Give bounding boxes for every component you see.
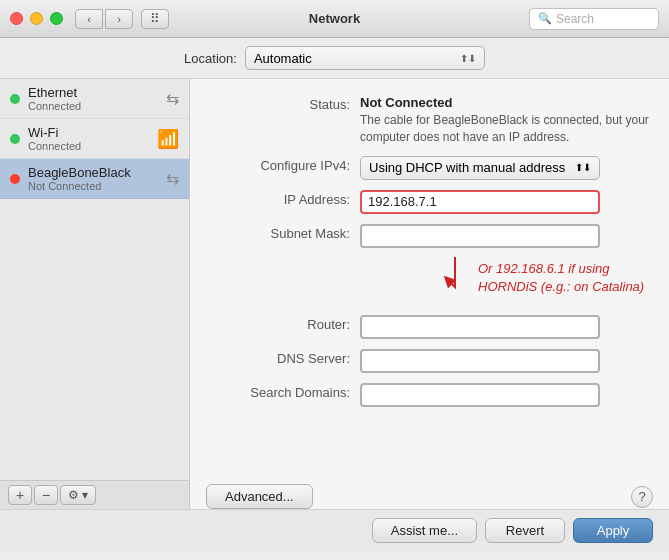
- configure-label: Configure IPv4:: [210, 156, 350, 173]
- wifi-icon: 📶: [157, 128, 179, 150]
- sidebar-toolbar: + − ⚙ ▾: [0, 480, 189, 509]
- chevron-down-icon: ⬆⬇: [460, 53, 476, 64]
- beaglebone-icon: ⇆: [166, 169, 179, 188]
- status-row: Status: Not Connected The cable for Beag…: [210, 95, 649, 146]
- router-label: Router:: [210, 315, 350, 332]
- status-value: Not Connected: [360, 95, 649, 110]
- ethernet-name: Ethernet: [28, 85, 166, 100]
- maximize-button[interactable]: [50, 12, 63, 25]
- main-content: Ethernet Connected ⇆ Wi-Fi Connected 📶 B…: [0, 79, 669, 509]
- dns-label: DNS Server:: [210, 349, 350, 366]
- ip-address-input[interactable]: [360, 190, 600, 214]
- add-interface-button[interactable]: +: [8, 485, 32, 505]
- status-dot-ethernet: [10, 94, 20, 104]
- search-icon: 🔍: [538, 12, 552, 25]
- form-area: Status: Not Connected The cable for Beag…: [190, 79, 669, 480]
- subnet-label: Subnet Mask:: [210, 224, 350, 241]
- beaglebone-status: Not Connected: [28, 180, 166, 192]
- status-label: Status:: [210, 95, 350, 112]
- advanced-button[interactable]: Advanced...: [206, 484, 313, 509]
- subnet-mask-row: Subnet Mask:: [210, 224, 649, 305]
- sidebar-item-wifi[interactable]: Wi-Fi Connected 📶: [0, 119, 189, 159]
- search-domains-label: Search Domains:: [210, 383, 350, 400]
- location-dropdown[interactable]: Automatic ⬆⬇: [245, 46, 485, 70]
- remove-interface-button[interactable]: −: [34, 485, 58, 505]
- wifi-name: Wi-Fi: [28, 125, 157, 140]
- beaglebone-name: BeagleBoneBlack: [28, 165, 166, 180]
- sidebar-item-beaglebone[interactable]: BeagleBoneBlack Not Connected ⇆: [0, 159, 189, 199]
- minimize-button[interactable]: [30, 12, 43, 25]
- ip-address-row: IP Address:: [210, 190, 649, 214]
- chevron-down-icon: ⬆⬇: [575, 162, 591, 173]
- sidebar-item-ethernet[interactable]: Ethernet Connected ⇆: [0, 79, 189, 119]
- subnet-mask-input[interactable]: [360, 224, 600, 248]
- action-bar: Assist me... Revert Apply: [0, 509, 669, 551]
- search-box[interactable]: 🔍 Search: [529, 8, 659, 30]
- ethernet-icon: ⇆: [166, 89, 179, 108]
- configure-ipv4-row: Configure IPv4: Using DHCP with manual a…: [210, 156, 649, 180]
- content-panel: Status: Not Connected The cable for Beag…: [190, 79, 669, 509]
- configure-dropdown[interactable]: Using DHCP with manual address ⬆⬇: [360, 156, 600, 180]
- apply-button[interactable]: Apply: [573, 518, 653, 543]
- assist-button[interactable]: Assist me...: [372, 518, 477, 543]
- help-button[interactable]: ?: [631, 486, 653, 508]
- search-domains-input[interactable]: [360, 383, 600, 407]
- annotation-arrow-icon: [440, 252, 470, 302]
- back-button[interactable]: ‹: [75, 9, 103, 29]
- window-title: Network: [309, 11, 360, 26]
- status-dot-wifi: [10, 134, 20, 144]
- revert-button[interactable]: Revert: [485, 518, 565, 543]
- location-label: Location:: [184, 51, 237, 66]
- sidebar: Ethernet Connected ⇆ Wi-Fi Connected 📶 B…: [0, 79, 190, 509]
- ethernet-status: Connected: [28, 100, 166, 112]
- dns-server-input[interactable]: [360, 349, 600, 373]
- close-button[interactable]: [10, 12, 23, 25]
- ip-label: IP Address:: [210, 190, 350, 207]
- wifi-status: Connected: [28, 140, 157, 152]
- status-dot-beaglebone: [10, 174, 20, 184]
- forward-button[interactable]: ›: [105, 9, 133, 29]
- annotation-text: Or 192.168.6.1 if using HORNDiS (e.g.: o…: [478, 260, 649, 296]
- location-bar: Location: Automatic ⬆⬇: [0, 38, 669, 79]
- settings-button[interactable]: ⚙ ▾: [60, 485, 96, 505]
- nav-buttons: ‹ ›: [75, 9, 133, 29]
- sidebar-list: Ethernet Connected ⇆ Wi-Fi Connected 📶 B…: [0, 79, 189, 480]
- search-domains-row: Search Domains:: [210, 383, 649, 407]
- titlebar: ‹ › ⠿ Network 🔍 Search: [0, 0, 669, 38]
- configure-value: Using DHCP with manual address: [369, 160, 565, 175]
- advanced-row: Advanced... ?: [190, 480, 669, 509]
- grid-button[interactable]: ⠿: [141, 9, 169, 29]
- router-row: Router:: [210, 315, 649, 339]
- traffic-lights: [10, 12, 63, 25]
- search-placeholder: Search: [556, 12, 594, 26]
- status-description: The cable for BeagleBoneBlack is connect…: [360, 112, 649, 146]
- location-value: Automatic: [254, 51, 312, 66]
- router-input[interactable]: [360, 315, 600, 339]
- dns-server-row: DNS Server:: [210, 349, 649, 373]
